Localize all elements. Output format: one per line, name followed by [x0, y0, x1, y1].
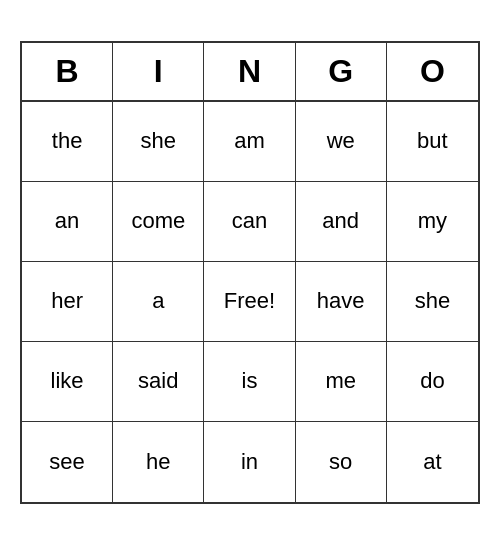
bingo-cell-21[interactable]: he — [113, 422, 204, 502]
bingo-cell-22[interactable]: in — [204, 422, 295, 502]
bingo-cell-4[interactable]: but — [387, 102, 478, 182]
bingo-cell-23[interactable]: so — [296, 422, 387, 502]
bingo-cell-8[interactable]: and — [296, 182, 387, 262]
header-cell-g: G — [296, 43, 387, 100]
bingo-header: BINGO — [22, 43, 478, 102]
bingo-cell-10[interactable]: her — [22, 262, 113, 342]
bingo-cell-24[interactable]: at — [387, 422, 478, 502]
bingo-cell-0[interactable]: the — [22, 102, 113, 182]
bingo-grid: thesheamwebutancomecanandmyheraFree!have… — [22, 102, 478, 502]
bingo-cell-15[interactable]: like — [22, 342, 113, 422]
header-cell-b: B — [22, 43, 113, 100]
header-cell-i: I — [113, 43, 204, 100]
bingo-cell-3[interactable]: we — [296, 102, 387, 182]
bingo-cell-2[interactable]: am — [204, 102, 295, 182]
bingo-cell-17[interactable]: is — [204, 342, 295, 422]
bingo-cell-11[interactable]: a — [113, 262, 204, 342]
bingo-cell-18[interactable]: me — [296, 342, 387, 422]
bingo-cell-5[interactable]: an — [22, 182, 113, 262]
bingo-cell-13[interactable]: have — [296, 262, 387, 342]
bingo-cell-9[interactable]: my — [387, 182, 478, 262]
bingo-cell-14[interactable]: she — [387, 262, 478, 342]
bingo-cell-20[interactable]: see — [22, 422, 113, 502]
bingo-cell-16[interactable]: said — [113, 342, 204, 422]
header-cell-n: N — [204, 43, 295, 100]
bingo-cell-1[interactable]: she — [113, 102, 204, 182]
bingo-cell-19[interactable]: do — [387, 342, 478, 422]
bingo-cell-6[interactable]: come — [113, 182, 204, 262]
bingo-cell-12[interactable]: Free! — [204, 262, 295, 342]
header-cell-o: O — [387, 43, 478, 100]
bingo-card: BINGO thesheamwebutancomecanandmyheraFre… — [20, 41, 480, 504]
bingo-cell-7[interactable]: can — [204, 182, 295, 262]
